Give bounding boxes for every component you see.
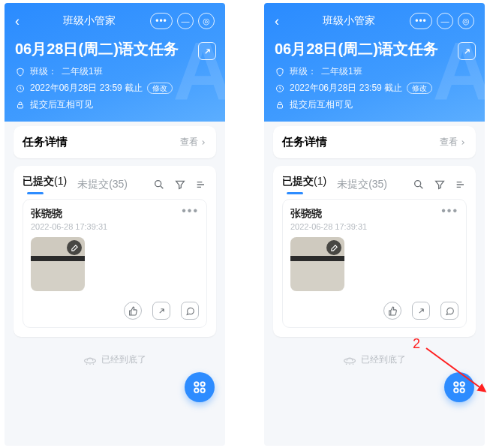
share-button[interactable] (458, 42, 476, 60)
details-title: 任务详情 (23, 135, 68, 149)
bottom-text: 已经到底了 (273, 353, 476, 366)
svg-rect-9 (278, 104, 283, 108)
meta-deadline: 2022年06月28日 23:59 截止 修改 (275, 82, 474, 95)
svg-point-13 (461, 382, 464, 386)
svg-point-14 (454, 389, 458, 392)
view-link[interactable]: 查看 (440, 136, 467, 149)
entry-more-icon[interactable]: ••• (182, 207, 199, 215)
submissions-card: 已提交(1) 未提交(35) ••• 张骁骁 2022-06-28 17:39:… (14, 166, 216, 337)
fab-button[interactable] (444, 372, 474, 402)
header: A ‹ 班级小管家 ••• — ◎ 06月28日(周二)语文任务 班级：二年级1… (5, 3, 225, 122)
submission-entry: ••• 张骁骁 2022-06-28 17:39:31 (282, 199, 467, 328)
share-button[interactable] (198, 42, 216, 60)
fab-button[interactable] (185, 372, 215, 402)
phone-screen-right: A ‹ 班级小管家 ••• — ◎ 06月28日(周二)语文任务 班级：二年级1… (264, 3, 485, 446)
bottom-text: 已经到底了 (14, 353, 216, 366)
comment-button[interactable] (440, 302, 458, 320)
back-icon[interactable]: ‹ (275, 14, 288, 29)
app-title: 班级小管家 (29, 14, 150, 28)
modify-chip[interactable]: 修改 (407, 83, 432, 94)
search-icon[interactable] (413, 179, 425, 191)
svg-rect-1 (18, 104, 23, 108)
entry-thumbnail[interactable] (290, 237, 344, 291)
share-action-button[interactable] (412, 302, 430, 320)
svg-point-15 (461, 389, 464, 392)
svg-point-7 (201, 389, 205, 392)
like-button[interactable] (383, 302, 401, 320)
sort-icon[interactable] (455, 179, 467, 191)
like-button[interactable] (124, 302, 142, 320)
tab-unsubmitted[interactable]: 未提交(35) (77, 178, 128, 191)
page-title: 06月28日(周二)语文任务 (275, 39, 474, 59)
page-title: 06月28日(周二)语文任务 (15, 39, 215, 59)
ufo-icon (343, 355, 356, 365)
modify-chip[interactable]: 修改 (147, 83, 173, 94)
svg-point-10 (415, 181, 421, 187)
clock-icon (275, 83, 285, 94)
ufo-icon (83, 355, 97, 365)
lock-icon (15, 100, 26, 110)
share-action-button[interactable] (152, 302, 170, 320)
view-link[interactable]: 查看 (180, 136, 207, 149)
shield-icon (275, 67, 285, 77)
clock-icon (15, 83, 26, 94)
svg-point-12 (454, 382, 458, 386)
minimize-icon[interactable]: — (437, 13, 453, 29)
search-icon[interactable] (153, 179, 165, 191)
more-icon[interactable]: ••• (410, 13, 432, 29)
minimize-icon[interactable]: — (177, 13, 194, 29)
edit-badge[interactable] (326, 240, 341, 255)
target-icon[interactable]: ◎ (198, 13, 215, 29)
entry-more-icon[interactable]: ••• (441, 207, 458, 215)
svg-point-3 (85, 358, 96, 362)
entry-name: 张骁骁 (31, 207, 199, 221)
sort-icon[interactable] (195, 179, 207, 191)
svg-point-6 (194, 389, 198, 392)
entry-timestamp: 2022-06-28 17:39:31 (31, 222, 199, 231)
tab-submitted[interactable]: 已提交(1) (23, 175, 67, 194)
meta-class: 班级：二年级1班 (275, 65, 474, 78)
entry-timestamp: 2022-06-28 17:39:31 (290, 222, 458, 231)
back-icon[interactable]: ‹ (15, 14, 29, 29)
target-icon[interactable]: ◎ (458, 13, 474, 29)
meta-visibility: 提交后互相可见 (275, 98, 474, 111)
submissions-card: 已提交(1) 未提交(35) ••• 张骁骁 2022-06-28 17:39:… (273, 166, 476, 337)
task-details-card[interactable]: 任务详情 查看 (14, 126, 216, 158)
tab-unsubmitted[interactable]: 未提交(35) (337, 178, 387, 191)
tab-submitted[interactable]: 已提交(1) (282, 175, 326, 194)
svg-point-2 (155, 181, 161, 187)
meta-deadline: 2022年06月28日 23:59 截止 修改 (15, 82, 215, 95)
lock-icon (275, 100, 285, 110)
svg-point-11 (344, 358, 356, 362)
entry-thumbnail[interactable] (31, 237, 85, 291)
more-icon[interactable]: ••• (150, 13, 173, 29)
header: A ‹ 班级小管家 ••• — ◎ 06月28日(周二)语文任务 班级：二年级1… (264, 3, 485, 122)
filter-icon[interactable] (174, 179, 186, 191)
entry-name: 张骁骁 (290, 207, 458, 221)
app-title: 班级小管家 (288, 14, 410, 28)
phone-screen-left: A ‹ 班级小管家 ••• — ◎ 06月28日(周二)语文任务 班级：二年级1… (5, 3, 225, 446)
comment-button[interactable] (181, 302, 199, 320)
edit-badge[interactable] (67, 240, 82, 255)
details-title: 任务详情 (282, 135, 327, 149)
submission-entry: ••• 张骁骁 2022-06-28 17:39:31 (23, 199, 207, 328)
meta-visibility: 提交后互相可见 (15, 98, 215, 111)
filter-icon[interactable] (434, 179, 446, 191)
shield-icon (15, 67, 26, 77)
svg-point-5 (201, 382, 205, 386)
svg-point-4 (194, 382, 198, 386)
meta-class: 班级：二年级1班 (15, 65, 215, 78)
task-details-card[interactable]: 任务详情 查看 (273, 126, 476, 158)
